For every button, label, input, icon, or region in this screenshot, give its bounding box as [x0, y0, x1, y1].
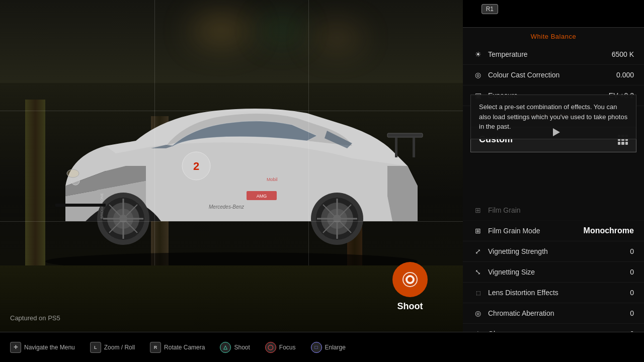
zoom-label: Zoom / Roll [104, 344, 135, 351]
white-balance-title: White Balance [463, 28, 644, 44]
r1-bumper: R1 [481, 4, 498, 14]
svg-text:AMG: AMG [257, 194, 267, 199]
navigate-label: Navigate the Menu [24, 344, 75, 351]
temperature-value: 6500 K [612, 50, 634, 58]
bottom-control-bar: ✛ Navigate the Menu L Zoom / Roll R Rota… [0, 332, 644, 362]
chromatic-aberration-label: Chromatic Aberration [488, 309, 554, 317]
colour-cast-label-group: ◎ Colour Cast Correction [473, 70, 559, 80]
chromatic-aberration-value: 0 [630, 309, 634, 317]
vignetting-strength-row[interactable]: ⤢ Vignetting Strength 0 [463, 241, 644, 262]
shoot-hint: △ Shoot [220, 342, 250, 353]
svg-rect-28 [413, 137, 415, 157]
vignetting-size-label: Vignetting Size [488, 268, 535, 276]
ps5-badge: Captured on PS5 [10, 314, 60, 322]
vignetting-strength-label-group: ⤢ Vignetting Strength [473, 246, 548, 256]
lens-distortion-row[interactable]: ⬚ Lens Distortion Effects 0 [463, 283, 644, 303]
navigate-hint: ✛ Navigate the Menu [10, 342, 75, 353]
film-grain-mode-label-group: ⊞ Film Grain Mode [473, 226, 540, 236]
vignetting-size-icon: ⤡ [473, 267, 483, 277]
svg-rect-26 [387, 133, 423, 137]
svg-text:Mobil: Mobil [267, 177, 278, 182]
film-grain-mode-row[interactable]: ⊞ Film Grain Mode Monochrome [463, 221, 644, 241]
colour-cast-icon: ◎ [473, 70, 483, 80]
dpad-icon: ✛ [10, 342, 21, 353]
vignetting-strength-value: 0 [630, 247, 634, 255]
zoom-icon: L [90, 342, 101, 353]
svg-text:Mercedes-Benz: Mercedes-Benz [209, 204, 245, 210]
circle-icon: ◯ [265, 342, 276, 353]
zoom-hint: L Zoom / Roll [90, 342, 135, 353]
film-grain-mode-icon: ⊞ [473, 226, 483, 236]
game-viewport: 2 AMG BRIDGESTONE Mercedes-Benz Mobil [0, 0, 463, 332]
colour-cast-label: Colour Cast Correction [488, 71, 559, 79]
lens-distortion-value: 0 [630, 289, 634, 297]
vignetting-size-label-group: ⤡ Vignetting Size [473, 267, 535, 277]
svg-rect-27 [395, 137, 397, 157]
vignetting-size-row[interactable]: ⤡ Vignetting Size 0 [463, 262, 644, 283]
enlarge-hint: □ Enlarge [311, 342, 346, 353]
temperature-row[interactable]: ☀ Temperature 6500 K [463, 44, 644, 65]
film-grain-mode-value: Monochrome [584, 226, 634, 235]
svg-point-23 [71, 177, 79, 185]
shoot-button-area[interactable]: Shoot [392, 262, 428, 312]
focus-label: Focus [279, 344, 296, 351]
film-grain-icon: ⊞ [473, 205, 483, 215]
svg-text:2: 2 [193, 160, 199, 172]
right-panel: White Balance ☀ Temperature 6500 K ◎ Col… [463, 28, 644, 332]
svg-point-34 [408, 277, 413, 282]
lens-distortion-icon: ⬚ [473, 288, 483, 298]
chromatic-aberration-icon: ◎ [473, 308, 483, 318]
rotate-label: Rotate Camera [164, 344, 205, 351]
film-grain-label-group: ⊞ Film Grain [473, 205, 521, 215]
shoot-circle-button[interactable] [392, 262, 428, 297]
temperature-label: Temperature [488, 50, 528, 58]
temperature-label-group: ☀ Temperature [473, 49, 528, 59]
film-grain-row[interactable]: ⊞ Film Grain [463, 200, 644, 221]
enlarge-label: Enlarge [325, 344, 346, 351]
svg-point-24 [67, 169, 79, 177]
glare-row[interactable]: ✳ Glare 0 [463, 324, 644, 332]
vignetting-strength-label: Vignetting Strength [488, 247, 548, 255]
camera-shoot-icon [401, 270, 419, 289]
vignetting-strength-icon: ⤢ [473, 246, 483, 256]
car-image: 2 AMG BRIDGESTONE Mercedes-Benz Mobil [25, 50, 438, 282]
vignetting-size-value: 0 [630, 268, 634, 276]
rotate-hint: R Rotate Camera [150, 342, 205, 353]
shoot-label: Shoot [397, 301, 423, 312]
tooltip-box: Select a pre-set combination of effects.… [470, 95, 636, 139]
lens-distortion-label: Lens Distortion Effects [488, 289, 558, 297]
triangle-icon: △ [220, 342, 231, 353]
temperature-icon: ☀ [473, 49, 483, 59]
focus-hint: ◯ Focus [265, 342, 296, 353]
colour-cast-value: 0.000 [616, 71, 634, 79]
svg-rect-29 [55, 204, 106, 207]
tooltip-text: Select a pre-set combination of effects.… [479, 103, 627, 130]
shoot-hint-label: Shoot [234, 344, 250, 351]
chromatic-aberration-label-group: ◎ Chromatic Aberration [473, 308, 554, 318]
film-grain-label: Film Grain [488, 206, 521, 214]
chromatic-aberration-row[interactable]: ◎ Chromatic Aberration 0 [463, 303, 644, 324]
colour-cast-row[interactable]: ◎ Colour Cast Correction 0.000 [463, 65, 644, 85]
film-grain-mode-label: Film Grain Mode [488, 227, 540, 235]
rotate-icon: R [150, 342, 161, 353]
lens-distortion-label-group: ⬚ Lens Distortion Effects [473, 288, 558, 298]
square-icon: □ [311, 342, 322, 353]
